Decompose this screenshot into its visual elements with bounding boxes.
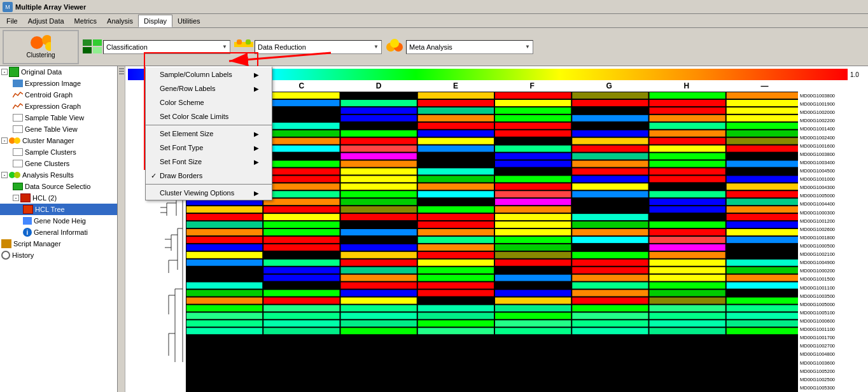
vertical-divider	[118, 66, 125, 392]
sidebar-item-history[interactable]: History	[0, 249, 117, 261]
menu-utilities[interactable]: Utilities	[172, 15, 205, 27]
set-element-size-text: Set Element Size	[160, 130, 213, 137]
row-label-9: MD00G1004500	[800, 168, 868, 174]
meta-analysis-value: Meta Analysis	[409, 43, 452, 51]
cluster-manager-icon	[9, 136, 20, 145]
sidebar-item-script-manager[interactable]: Script Manager	[0, 238, 117, 249]
row-labels: MD00G1003800 MD00G1001900 MD00G1002000 M…	[798, 92, 868, 392]
sidebar-item-original-data[interactable]: - Original Data	[0, 66, 117, 78]
divider-line-3	[119, 73, 124, 74]
expand-hcl2[interactable]: -	[13, 195, 19, 201]
sidebar-item-expression-image[interactable]: Expression Image	[0, 78, 117, 89]
history-icon	[1, 251, 10, 260]
check-font-type	[151, 144, 160, 151]
data-reduction-group: Data Reduction ▼	[233, 30, 382, 64]
submenu-arrow-6: ▶	[254, 190, 259, 197]
title-bar: M Multiple Array Viewer	[0, 0, 868, 14]
svg-point-14	[14, 137, 20, 144]
row-label-20: MD00G1004900	[800, 260, 868, 265]
history-label: History	[12, 251, 34, 259]
menu-display[interactable]: Display	[138, 15, 172, 27]
cluster-viewing-options-text: Cluster Viewing Options	[160, 189, 234, 197]
divider-line-2	[119, 71, 124, 72]
expression-image-label: Expression Image	[25, 80, 81, 87]
gene-table-icon	[13, 125, 23, 133]
check-font-size	[151, 158, 160, 165]
app-icon: M	[3, 2, 13, 12]
row-label-11: MD00G1004300	[800, 185, 868, 190]
sample-clusters-icon	[13, 148, 23, 156]
gene-clusters-icon	[13, 160, 23, 167]
gene-clusters-label: Gene Clusters	[25, 160, 69, 167]
menu-set-font-type[interactable]: Set Font Type ▶	[146, 141, 272, 155]
menu-sample-column-labels[interactable]: Sample/Column Labels ▶	[146, 67, 272, 81]
sidebar-item-expression-graph[interactable]: Expression Graph	[0, 101, 117, 112]
expand-analysis-results[interactable]: -	[1, 172, 8, 178]
hcl2-label: HCL (2)	[32, 194, 57, 202]
menu-set-font-size[interactable]: Set Font Size ▶	[146, 155, 272, 169]
menu-adjust-data[interactable]: Adjust Data	[23, 15, 69, 27]
row-label-14: MD00G1000300	[800, 210, 868, 216]
menu-metrics[interactable]: Metrics	[69, 15, 102, 27]
submenu-arrow-3: ▶	[254, 130, 259, 137]
menu-file[interactable]: File	[1, 15, 23, 27]
row-label-24: MD00G1003500	[800, 293, 868, 299]
sidebar-item-sample-table[interactable]: Sample Table View	[0, 112, 117, 123]
hcl-tree-icon	[23, 205, 33, 214]
expression-image-icon	[13, 80, 23, 87]
sidebar-item-data-source[interactable]: Data Source Selectio	[0, 181, 117, 192]
menu-color-scheme[interactable]: Color Scheme	[146, 95, 272, 109]
data-reduction-svg	[233, 38, 253, 56]
data-reduction-arrow: ▼	[374, 44, 379, 50]
centroid-graph-icon	[13, 91, 23, 99]
row-label-27: MD00G1000600	[800, 318, 868, 324]
svg-rect-8	[237, 39, 242, 45]
general-info-icon: i	[23, 228, 32, 237]
sidebar-item-gene-table[interactable]: Gene Table View	[0, 123, 117, 135]
original-data-icon	[9, 67, 19, 77]
row-label-4: MD00G1001400	[800, 126, 868, 132]
row-label-33: MD00G1005200	[800, 368, 868, 374]
row-label-10: MD00G1001000	[800, 176, 868, 182]
menu-analysis[interactable]: Analysis	[102, 15, 138, 27]
menu-gene-row-labels[interactable]: Gene/Row Labels ▶	[146, 81, 272, 95]
expand-original-data[interactable]: -	[1, 69, 8, 75]
data-reduction-dropdown[interactable]: Data Reduction ▼	[255, 40, 382, 54]
row-label-16: MD00G1002600	[800, 227, 868, 232]
row-label-29: MD00G1001700	[800, 335, 868, 340]
menu-cluster-viewing-options[interactable]: Cluster Viewing Options ▶	[146, 186, 272, 200]
menu-set-color-scale-limits[interactable]: Set Color Scale Limits	[146, 109, 272, 123]
analysis-results-icon	[9, 171, 20, 179]
sidebar-item-centroid-graph[interactable]: Centroid Graph	[0, 89, 117, 101]
expand-cluster-manager[interactable]: -	[1, 137, 8, 144]
row-label-32: MD00G1003600	[800, 360, 868, 366]
general-info-label: General Informati	[34, 228, 88, 236]
sidebar-item-cluster-manager[interactable]: - Cluster Manager	[0, 135, 117, 146]
row-label-3: MD00G1002200	[800, 118, 868, 123]
sidebar-item-gene-clusters[interactable]: Gene Clusters	[0, 158, 117, 169]
col-labels: B C D E F G H —	[186, 81, 804, 90]
svg-rect-9	[246, 39, 251, 45]
meta-analysis-dropdown[interactable]: Meta Analysis ▼	[406, 40, 533, 54]
color-scale-max: 1.0	[850, 71, 865, 78]
sidebar-item-general-info[interactable]: i General Informati	[0, 227, 117, 238]
clustering-button[interactable]: Clustering	[3, 30, 79, 64]
data-reduction-icon	[233, 39, 253, 55]
gene-row-labels-text: Gene/Row Labels	[160, 85, 215, 92]
draw-borders-text: Draw Borders	[160, 172, 202, 179]
sidebar-item-gene-node[interactable]: Gene Node Heig	[0, 215, 117, 227]
row-label-2: MD00G1002000	[800, 109, 868, 115]
menu-draw-borders[interactable]: ✓ Draw Borders	[146, 169, 272, 183]
sidebar-item-hcl2[interactable]: - HCL (2)	[0, 192, 117, 204]
sidebar-item-analysis-results[interactable]: - Analysis Results	[0, 169, 117, 181]
sample-column-labels-text: Sample/Column Labels	[160, 71, 232, 78]
check-draw-borders: ✓	[151, 172, 160, 180]
svg-rect-4	[93, 39, 102, 46]
sidebar-item-hcl-tree[interactable]: HCL Tree	[0, 204, 117, 215]
classification-dropdown[interactable]: Classification ▼	[103, 40, 230, 54]
submenu-arrow-4: ▶	[254, 144, 259, 151]
sidebar-item-sample-clusters[interactable]: Sample Clusters	[0, 146, 117, 158]
menu-set-element-size[interactable]: Set Element Size ▶	[146, 127, 272, 141]
svg-point-12	[390, 39, 399, 48]
check-sample-column	[151, 71, 160, 78]
